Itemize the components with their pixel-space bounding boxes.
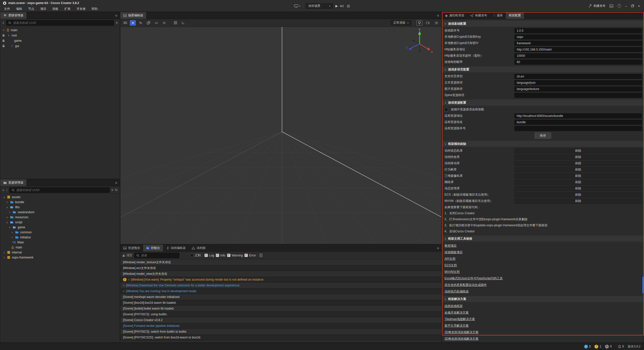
tab-console[interactable]: 控制台 bbox=[143, 245, 163, 251]
assets-searchbox[interactable] bbox=[9, 187, 109, 193]
step-button[interactable]: ▶ bbox=[340, 4, 343, 8]
error-count-badge[interactable]: × 0 bbox=[605, 345, 612, 348]
filter-error[interactable]: Error bbox=[245, 254, 256, 257]
caret-down-icon[interactable]: ∨ bbox=[6, 206, 9, 209]
move-tool[interactable]: + bbox=[130, 20, 136, 26]
spine-path-input[interactable] bbox=[514, 93, 642, 98]
tree-node-game[interactable]: game bbox=[0, 38, 120, 43]
create-asset-button[interactable]: + bbox=[2, 188, 4, 192]
remote-load-row[interactable]: 游戏中资源是否远程加载 bbox=[442, 106, 643, 113]
mode-3d-button[interactable]: 3D bbox=[122, 21, 128, 25]
remove-behavior-tree-button[interactable]: 剔除 bbox=[514, 167, 642, 172]
minimize-button[interactable]: – bbox=[625, 4, 627, 8]
menu-edit[interactable]: 编辑 bbox=[13, 7, 25, 11]
doc-link[interactable]: 原生包热更新配置自动生成插件 bbox=[445, 283, 487, 287]
remove-camera-button[interactable]: 剔除 bbox=[514, 173, 642, 179]
tab-hierarchy[interactable]: 层级管理器 bbox=[0, 12, 26, 19]
crypto-iv-input[interactable] bbox=[514, 41, 642, 46]
hierarchy-searchbox[interactable] bbox=[6, 20, 114, 26]
doc-link[interactable]: ECS文档 bbox=[445, 264, 457, 267]
caret-right-icon[interactable]: > bbox=[11, 231, 14, 234]
doc-link[interactable]: 动画状态机编辑器 bbox=[445, 290, 469, 293]
help-icon[interactable]: ? bbox=[617, 4, 621, 8]
expand-caret-icon[interactable]: > bbox=[128, 277, 130, 283]
regex-checkbox[interactable] bbox=[190, 254, 193, 257]
crypto-key-input[interactable] bbox=[514, 34, 642, 39]
preview-target-button[interactable]: ▾ bbox=[294, 4, 301, 8]
solution-link[interactable]: 全栈开发解决方案 bbox=[445, 311, 469, 314]
remote-bundle-input[interactable] bbox=[514, 120, 642, 125]
menu-extension[interactable]: 扩展 bbox=[61, 7, 73, 11]
lighting-toggle[interactable] bbox=[416, 20, 422, 26]
tree-node-common[interactable]: > common bbox=[0, 230, 120, 235]
regex-toggle[interactable]: 正则 bbox=[190, 253, 201, 257]
section-header-basic[interactable]: ∨ 游戏基础配置 bbox=[442, 21, 643, 27]
doc-link[interactable]: Excel格式转Json文件与TypeScript代码工具 bbox=[445, 277, 503, 280]
tree-node-bundle[interactable]: > bundle bbox=[0, 200, 120, 205]
section-header-docs[interactable]: ∨ 框架文档工具链接 bbox=[442, 236, 643, 242]
section-header-solutions[interactable]: ∨ 框架解决方案 bbox=[442, 296, 643, 302]
screenshot-icon[interactable] bbox=[610, 4, 613, 8]
rotate-snap-tool[interactable] bbox=[180, 20, 186, 26]
info-count-badge[interactable]: i 3 bbox=[584, 345, 591, 348]
filter-icon[interactable]: ≡ bbox=[116, 21, 118, 25]
http-server-input[interactable] bbox=[514, 47, 642, 52]
build-publish-button[interactable]: 构建发布 bbox=[588, 4, 606, 8]
caret-right-icon[interactable]: > bbox=[3, 256, 6, 259]
solution-link[interactable]: 新手引导解决方案 bbox=[445, 324, 469, 327]
console-log-list[interactable]: [Window] render_texture文件夹存在 [Window] ec… bbox=[120, 259, 441, 342]
caret-right-icon[interactable]: > bbox=[8, 211, 11, 214]
http-timeout-input[interactable] bbox=[514, 53, 642, 58]
tree-node-main[interactable]: ∨ main bbox=[0, 27, 120, 33]
remote-load-checkbox[interactable] bbox=[445, 108, 448, 111]
game-version-input[interactable] bbox=[514, 28, 642, 33]
remove-network-button[interactable]: 剔除 bbox=[514, 180, 642, 185]
rotate-tool[interactable]: ↻ bbox=[138, 20, 144, 26]
tree-node-seedrandom[interactable]: > seedrandom bbox=[0, 210, 120, 215]
filter-info[interactable]: Info bbox=[216, 254, 225, 257]
panel-menu-icon[interactable]: ≡ bbox=[113, 12, 120, 19]
warning-count-badge[interactable]: ! 1 bbox=[594, 345, 601, 348]
panel-menu-icon[interactable]: ≡ bbox=[113, 179, 120, 186]
tree-node-oops-framework[interactable]: > oops-framework bbox=[0, 255, 120, 260]
menu-node[interactable]: 节点 bbox=[25, 7, 37, 11]
doc-link[interactable]: 游戏模板项目 bbox=[445, 250, 463, 254]
camera-icon[interactable] bbox=[425, 20, 431, 26]
solution-link[interactable]: 2D角色扮演游戏解决方案 bbox=[445, 330, 478, 334]
remove-mvvm-button[interactable]: 剔除 bbox=[514, 199, 642, 204]
grid-snap-tool[interactable] bbox=[172, 20, 178, 26]
tab-services[interactable]: ∷ 服务 bbox=[490, 12, 506, 19]
remote-version-input[interactable] bbox=[514, 126, 642, 131]
caret-right-icon[interactable]: > bbox=[11, 45, 14, 47]
tab-animation-editor[interactable]: 动画编辑器 bbox=[163, 245, 189, 251]
caret-down-icon[interactable]: ∨ bbox=[6, 221, 9, 224]
doc-link[interactable]: 教程项目 bbox=[445, 244, 457, 247]
tab-scene-editor[interactable]: 场景编辑器 bbox=[120, 12, 146, 19]
section-header-resource[interactable]: ∨ 游戏资源配置 bbox=[442, 100, 643, 106]
tab-asset-preview[interactable]: 资源预览 bbox=[120, 245, 143, 251]
error-checkbox[interactable] bbox=[245, 254, 248, 257]
filter-warning[interactable]: Warning bbox=[227, 254, 243, 257]
section-header-language[interactable]: ∨ 游戏多语言配置 bbox=[442, 66, 643, 72]
clear-console-button[interactable]: 清空 bbox=[122, 253, 132, 257]
console-searchbox[interactable] bbox=[134, 253, 179, 258]
text-path-input[interactable] bbox=[514, 80, 642, 85]
menu-file[interactable]: 文件 bbox=[1, 7, 13, 11]
framework-config-content[interactable]: ∨ 游戏基础配置 游戏版本号 本地数据CryptoES加密Key 本地数据Cry… bbox=[442, 19, 643, 342]
maximize-button[interactable] bbox=[631, 5, 634, 7]
languages-input[interactable] bbox=[514, 74, 642, 79]
filter-log[interactable]: Log bbox=[205, 254, 214, 257]
tab-framework-config[interactable]: 框架配置 bbox=[506, 12, 524, 19]
solution-link[interactable]: Tiledmap地图解决方案 bbox=[445, 317, 475, 321]
rect-tool[interactable]: ▭ bbox=[153, 20, 159, 26]
panel-menu-icon[interactable]: ≡ bbox=[434, 12, 441, 19]
scene-viewport[interactable]: Y X Z bbox=[120, 27, 441, 244]
log-file-button[interactable] bbox=[260, 254, 262, 257]
assets-search-input[interactable] bbox=[16, 188, 107, 192]
caret-down-icon[interactable]: ∨ bbox=[3, 196, 6, 199]
view-mode-select[interactable]: 正常浏览 ▾ bbox=[391, 20, 411, 25]
caret-right-icon[interactable]: > bbox=[6, 201, 9, 204]
sort-icon[interactable]: ↕ bbox=[6, 188, 8, 192]
remote-url-input[interactable] bbox=[514, 113, 642, 118]
doc-link[interactable]: MVVM文档 bbox=[445, 270, 460, 274]
